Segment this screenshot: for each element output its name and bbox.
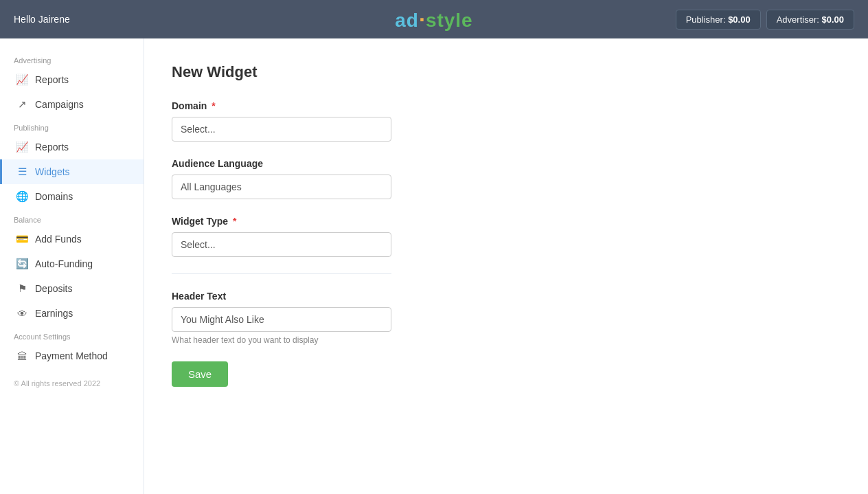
sidebar-item-auto-funding[interactable]: 🔄 Auto-Funding — [0, 251, 144, 276]
sidebar-item-domains[interactable]: 🌐 Domains — [0, 184, 144, 209]
account-settings-label: Account Settings — [0, 326, 144, 344]
sidebar-item-label: Campaigns — [35, 99, 84, 110]
domain-field-group: Domain * Select... — [172, 100, 391, 142]
main-content: New Widget Domain * Select... Audience L… — [144, 38, 868, 494]
advertiser-balance: Advertiser: $0.00 — [766, 10, 854, 30]
advertising-label: Advertising — [0, 49, 144, 67]
auto-funding-icon: 🔄 — [16, 258, 28, 270]
publishing-label: Publishing — [0, 117, 144, 135]
audience-language-select[interactable]: All Languages — [172, 175, 391, 199]
domain-select[interactable]: Select... — [172, 117, 391, 142]
sidebar-item-label: Widgets — [35, 166, 70, 177]
balance-label: Balance — [0, 209, 144, 227]
sidebar-item-earnings[interactable]: 👁 Earnings — [0, 301, 144, 326]
audience-language-label: Audience Language — [172, 158, 391, 169]
sidebar-item-label: Deposits — [35, 283, 72, 294]
sidebar-item-payment-method[interactable]: 🏛 Payment Method — [0, 344, 144, 368]
widget-type-field-group: Widget Type * Select... — [172, 216, 391, 257]
topbar: Hello Jairene ad·style Publisher: $0.00 … — [0, 0, 868, 38]
sidebar-item-label: Earnings — [35, 308, 73, 319]
campaigns-icon: ↗ — [16, 98, 28, 111]
sidebar-item-reports-publishing[interactable]: 📈 Reports — [0, 135, 144, 159]
sidebar-item-widgets[interactable]: ☰ Widgets — [0, 159, 144, 184]
widget-type-required: * — [233, 216, 236, 227]
sidebar-item-deposits[interactable]: ⚑ Deposits — [0, 276, 144, 301]
topbar-balances: Publisher: $0.00 Advertiser: $0.00 — [676, 10, 854, 30]
sidebar-item-reports-advertising[interactable]: 📈 Reports — [0, 67, 144, 92]
header-text-input[interactable] — [172, 307, 391, 332]
sidebar: Advertising 📈 Reports ↗ Campaigns Publis… — [0, 38, 144, 494]
reports-adv-icon: 📈 — [16, 74, 28, 86]
domain-required: * — [212, 100, 215, 111]
widget-type-label: Widget Type * — [172, 216, 391, 227]
layout: Advertising 📈 Reports ↗ Campaigns Publis… — [0, 38, 868, 494]
sidebar-item-label: Reports — [35, 142, 69, 153]
add-funds-icon: 💳 — [16, 233, 28, 245]
topbar-logo: ad·style — [395, 7, 472, 32]
publisher-balance: Publisher: $0.00 — [676, 10, 761, 30]
header-text-hint: What header text do you want to display — [172, 335, 391, 345]
header-text-field-group: Header Text What header text do you want… — [172, 291, 391, 345]
header-text-label: Header Text — [172, 291, 391, 302]
domain-label: Domain * — [172, 100, 391, 111]
widget-type-select[interactable]: Select... — [172, 232, 391, 257]
sidebar-item-label: Domains — [35, 191, 73, 202]
save-button[interactable]: Save — [172, 361, 228, 387]
page-title: New Widget — [172, 63, 841, 81]
sidebar-item-label: Reports — [35, 74, 69, 85]
form-divider — [172, 273, 391, 274]
topbar-greeting: Hello Jairene — [14, 14, 70, 25]
sidebar-item-campaigns[interactable]: ↗ Campaigns — [0, 92, 144, 117]
audience-language-field-group: Audience Language All Languages — [172, 158, 391, 199]
reports-pub-icon: 📈 — [16, 141, 28, 153]
earnings-icon: 👁 — [16, 307, 28, 319]
domains-icon: 🌐 — [16, 190, 28, 203]
deposits-icon: ⚑ — [16, 282, 28, 295]
widgets-icon: ☰ — [16, 166, 28, 178]
payment-method-icon: 🏛 — [16, 350, 28, 362]
sidebar-item-add-funds[interactable]: 💳 Add Funds — [0, 227, 144, 251]
sidebar-item-label: Payment Method — [35, 350, 108, 361]
sidebar-item-label: Auto-Funding — [35, 258, 93, 269]
sidebar-item-label: Add Funds — [35, 234, 82, 245]
sidebar-footer: © All rights reserved 2022 — [0, 368, 144, 398]
